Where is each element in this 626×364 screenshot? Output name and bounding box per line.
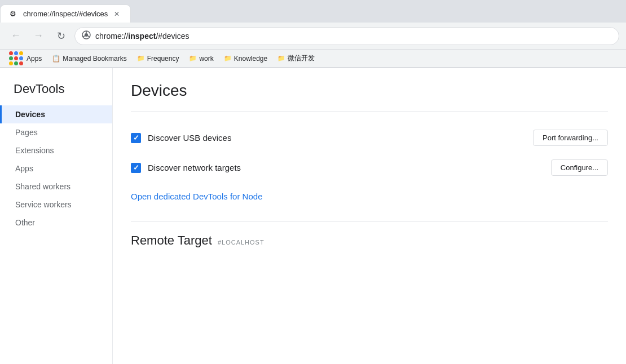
network-checkbox[interactable]: ✓ <box>131 163 141 173</box>
svg-line-3 <box>87 35 89 37</box>
address-bold: inspect <box>128 32 156 41</box>
network-option-left: ✓ Discover network targets <box>131 163 241 173</box>
usb-option-row: ✓ Discover USB devices Port forwarding..… <box>131 123 608 153</box>
bookmark-managed[interactable]: 📋 Managed Bookmarks <box>47 54 131 64</box>
address-text: chrome://inspect/#devices <box>95 32 189 41</box>
sidebar-item-apps[interactable]: Apps <box>0 159 112 177</box>
address-bar[interactable]: chrome://inspect/#devices <box>74 27 619 45</box>
remote-target-subtitle: #LOCALHOST <box>218 239 264 246</box>
bookmark-apps[interactable]: Apps <box>5 50 46 66</box>
network-label: Discover network targets <box>148 163 241 172</box>
active-tab[interactable]: ⚙ chrome://inspect/#devices ✕ <box>0 5 131 23</box>
tab-title: chrome://inspect/#devices <box>23 10 108 18</box>
back-button[interactable]: ← <box>7 27 25 45</box>
chrome-icon <box>82 30 91 42</box>
bookmark-frequency[interactable]: 📁 Frequency <box>133 54 184 64</box>
top-divider <box>131 111 608 112</box>
folder-icon: 📋 <box>52 55 60 63</box>
sidebar-title: DevTools <box>0 77 112 105</box>
refresh-button[interactable]: ↻ <box>52 27 70 45</box>
bookmark-apps-label: Apps <box>27 55 42 63</box>
page-content: DevTools Devices Pages Extensions Apps S… <box>0 68 626 364</box>
sidebar: DevTools Devices Pages Extensions Apps S… <box>0 68 113 364</box>
section-divider <box>131 221 608 222</box>
usb-label: Discover USB devices <box>148 133 231 143</box>
bookmark-knowledge[interactable]: 📁 Knowledge <box>219 54 272 64</box>
address-protocol: chrome:// <box>95 32 128 41</box>
network-option-row: ✓ Discover network targets Configure... <box>131 153 608 183</box>
forward-button[interactable]: → <box>29 27 47 45</box>
devtools-link-container: Open dedicated DevTools for Node <box>131 183 608 217</box>
svg-line-4 <box>83 35 85 37</box>
bookmark-wechat[interactable]: 📁 微信开发 <box>273 52 319 64</box>
usb-checkbox[interactable]: ✓ <box>131 133 141 143</box>
folder-icon: 📁 <box>189 55 197 62</box>
bookmark-frequency-label: Frequency <box>147 55 179 63</box>
port-forwarding-button[interactable]: Port forwarding... <box>533 130 608 146</box>
folder-icon: 📁 <box>224 55 232 62</box>
sidebar-item-devices[interactable]: Devices <box>0 105 112 123</box>
sidebar-item-service-workers[interactable]: Service workers <box>0 196 112 214</box>
main-content: Devices ✓ Discover USB devices Port forw… <box>113 68 626 364</box>
folder-icon: 📁 <box>137 55 145 62</box>
browser-chrome: ⚙ chrome://inspect/#devices ✕ ← → ↻ chro… <box>0 0 626 68</box>
devtools-node-link[interactable]: Open dedicated DevTools for Node <box>131 185 262 208</box>
folder-icon: 📁 <box>277 55 285 62</box>
checkmark-icon: ✓ <box>133 163 139 172</box>
bookmark-knowledge-label: Knowledge <box>234 55 267 63</box>
remote-target-title: Remote Target <box>131 233 212 248</box>
bookmark-work-label: work <box>199 55 213 63</box>
usb-option-left: ✓ Discover USB devices <box>131 133 231 143</box>
address-hash: /#devices <box>156 32 189 41</box>
bookmark-managed-label: Managed Bookmarks <box>63 55 126 63</box>
remote-target-section: Remote Target #LOCALHOST <box>131 233 608 248</box>
sidebar-item-extensions[interactable]: Extensions <box>0 141 112 159</box>
tab-favicon: ⚙ <box>10 10 19 19</box>
apps-grid-icon <box>9 51 23 65</box>
sidebar-item-pages[interactable]: Pages <box>0 123 112 141</box>
bookmark-wechat-label: 微信开发 <box>288 54 315 63</box>
sidebar-item-other[interactable]: Other <box>0 214 112 232</box>
page-title: Devices <box>131 82 608 100</box>
checkmark-icon: ✓ <box>133 134 139 142</box>
bookmark-work[interactable]: 📁 work <box>184 54 218 64</box>
bookmarks-bar: Apps 📋 Managed Bookmarks 📁 Frequency 📁 w… <box>0 50 626 68</box>
tab-bar: ⚙ chrome://inspect/#devices ✕ <box>0 0 626 23</box>
tab-close-button[interactable]: ✕ <box>112 10 121 19</box>
sidebar-item-shared-workers[interactable]: Shared workers <box>0 177 112 196</box>
nav-bar: ← → ↻ chrome://inspect/#devices <box>0 23 626 50</box>
configure-button[interactable]: Configure... <box>551 159 608 176</box>
